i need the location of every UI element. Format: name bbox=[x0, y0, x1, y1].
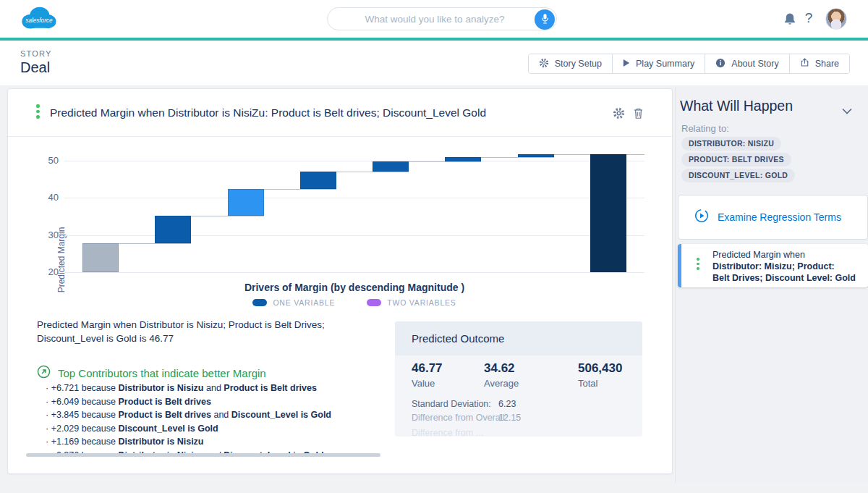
predicted-outcome-body: 46.77 Value 34.62 Average 506,430 Total … bbox=[395, 355, 642, 437]
legend-swatch-purple bbox=[367, 299, 381, 306]
arrow-up-right-circle-icon bbox=[37, 365, 51, 382]
analyze-search bbox=[327, 7, 557, 30]
waterfall-bar-baseline[interactable] bbox=[82, 243, 119, 272]
connector-line bbox=[626, 154, 644, 155]
relating-chips: DISTRIBUTOR: NISIZU PRODUCT: BELT DRIVES… bbox=[681, 137, 795, 182]
contributor-item: +3.845 because Product is Belt drives an… bbox=[46, 408, 391, 422]
salesforce-logo[interactable]: salesforce bbox=[17, 4, 59, 34]
waterfall-bar-driver-4[interactable] bbox=[373, 161, 409, 172]
y-axis-tick: 50 bbox=[31, 155, 59, 167]
search-input[interactable] bbox=[328, 8, 556, 30]
delete-trash-icon[interactable] bbox=[633, 107, 644, 119]
contributor-item: +1.169 because Distributor is Nisizu bbox=[46, 435, 391, 449]
gridline bbox=[64, 235, 644, 236]
connector-line bbox=[119, 243, 191, 244]
notifications-bell-icon[interactable] bbox=[783, 12, 796, 26]
waterfall-bar-driver-5[interactable] bbox=[445, 157, 481, 161]
connector-line bbox=[409, 161, 481, 162]
connector-line bbox=[191, 216, 263, 216]
waterfall-bar-driver-1[interactable] bbox=[155, 216, 191, 244]
page-title: Deal bbox=[20, 59, 50, 76]
chip-product[interactable]: PRODUCT: BELT DRIVES bbox=[681, 153, 791, 167]
connector-line bbox=[336, 172, 409, 172]
gridline bbox=[64, 198, 644, 198]
about-story-button[interactable]: About Story bbox=[705, 54, 788, 73]
clipped-row: Difference from ... bbox=[412, 428, 483, 437]
prediction-insight-card[interactable]: Predicted Margin when Distributor: Misiz… bbox=[678, 244, 868, 287]
stat-total: 506,430 Total bbox=[578, 361, 622, 389]
what-will-happen-panel: What Will Happen Relating to: DISTRIBUTO… bbox=[675, 87, 868, 483]
waterfall-bar-driver-6[interactable] bbox=[518, 154, 554, 157]
gridline bbox=[64, 161, 644, 161]
share-button[interactable]: Share bbox=[789, 54, 849, 73]
selected-accent-bar bbox=[678, 244, 681, 287]
circled-play-icon bbox=[694, 208, 709, 226]
predicted-outcome-title: Predicted Outcome bbox=[395, 321, 642, 355]
waterfall-bar-driver-3[interactable] bbox=[300, 172, 336, 189]
voice-mic-button[interactable] bbox=[535, 9, 555, 30]
examine-regression-link: Examine Regression Terms bbox=[718, 211, 841, 223]
relating-to-label: Relating to: bbox=[681, 123, 729, 134]
gridline bbox=[64, 272, 644, 273]
connector-line bbox=[481, 157, 553, 158]
help-icon[interactable]: ? bbox=[803, 10, 814, 26]
stat-value: 46.77 Value bbox=[412, 361, 443, 389]
chip-distributor[interactable]: DISTRIBUTOR: NISIZU bbox=[681, 137, 781, 151]
svg-text:salesforce: salesforce bbox=[25, 17, 53, 24]
chevron-down-icon[interactable] bbox=[842, 104, 852, 111]
legend-swatch-blue bbox=[252, 299, 267, 306]
gear-icon bbox=[539, 58, 549, 70]
user-avatar[interactable] bbox=[825, 8, 847, 30]
contributors-list: +6.721 because Distributor is Nisizu and… bbox=[46, 382, 391, 455]
kebab-menu-icon bbox=[697, 258, 699, 270]
contributor-item: +2.029 because Discount_Level is Gold bbox=[46, 422, 391, 436]
story-eyebrow: STORY bbox=[20, 49, 52, 58]
contributor-item: +6.049 because Product is Belt drives bbox=[46, 395, 391, 409]
standard-deviation-row: Standard Deviation: 6.23 bbox=[412, 399, 491, 409]
play-summary-button[interactable]: Play Summary bbox=[612, 54, 705, 73]
connector-line bbox=[264, 189, 336, 190]
contributor-item: +6.721 because Distributor is Nisizu and… bbox=[46, 382, 391, 395]
story-header-bar: STORY Deal Story Setup Play Summary bbox=[0, 41, 868, 85]
kebab-menu-icon[interactable] bbox=[36, 104, 40, 119]
story-setup-button[interactable]: Story Setup bbox=[529, 54, 612, 73]
insight-card-header: Predicted Margin when Distributor is Nis… bbox=[8, 89, 672, 137]
prediction-card-text: Predicted Margin when Distributor: Misiz… bbox=[712, 249, 856, 284]
legend-item-two-variables: TWO VARIABLES bbox=[367, 298, 456, 307]
predicted-outcome-panel: Predicted Outcome 46.77 Value 34.62 Aver… bbox=[395, 321, 642, 437]
share-icon bbox=[800, 58, 809, 69]
legend-item-one-variable: ONE VARIABLE bbox=[252, 298, 335, 307]
chart-plot-area: Predicted Margin 20304050 bbox=[64, 142, 644, 272]
panel-title: What Will Happen bbox=[680, 98, 793, 114]
insight-title: Predicted Margin when Distributor is Nis… bbox=[50, 106, 486, 119]
story-toolbar: Story Setup Play Summary About Story bbox=[528, 54, 850, 74]
waterfall-bar-driver-2[interactable] bbox=[228, 189, 264, 216]
prediction-summary-text: Predicted Margin when Distributor is Nis… bbox=[37, 318, 384, 345]
horizontal-scrollbar[interactable] bbox=[26, 453, 380, 457]
microphone-icon bbox=[540, 13, 550, 27]
insight-card: Predicted Margin when Distributor is Nis… bbox=[7, 88, 673, 474]
top-contributors-heading: Top Contributors that indicate better Ma… bbox=[37, 365, 266, 382]
difference-overall-row: Difference from Overall: 12.15 bbox=[412, 413, 507, 423]
x-axis-title: Drivers of Margin (by descending Magnitu… bbox=[64, 282, 644, 293]
y-axis-tick: 30 bbox=[31, 229, 59, 241]
waterfall-bar-total[interactable] bbox=[590, 154, 626, 272]
chart-legend: ONE VARIABLE TWO VARIABLES bbox=[64, 298, 644, 307]
insight-settings-gear-icon[interactable] bbox=[613, 107, 625, 119]
info-icon bbox=[715, 58, 726, 70]
play-icon bbox=[623, 59, 630, 69]
y-axis-tick: 20 bbox=[31, 266, 59, 278]
stat-average: 34.62 Average bbox=[484, 361, 519, 389]
app-header: salesforce ? bbox=[0, 0, 868, 38]
examine-regression-card[interactable]: Examine Regression Terms bbox=[678, 195, 868, 240]
y-axis-tick: 40 bbox=[31, 192, 59, 203]
chip-discount-level[interactable]: DISCOUNT_LEVEL: GOLD bbox=[681, 169, 795, 182]
